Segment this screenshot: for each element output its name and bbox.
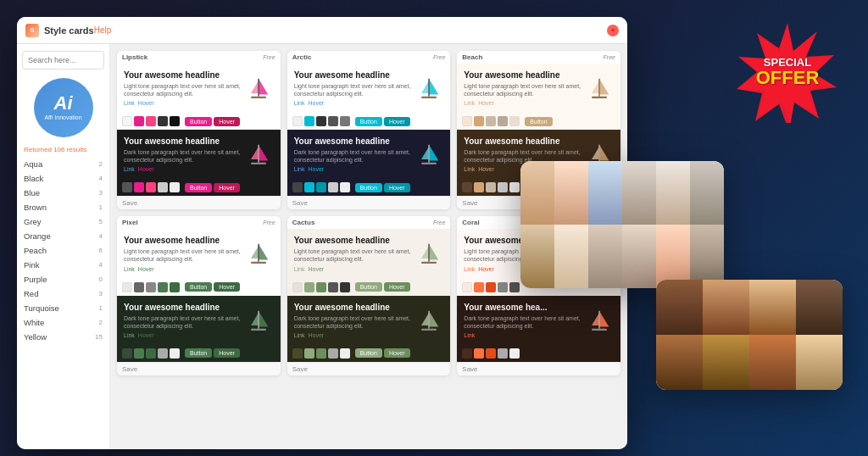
sidebar-item-white[interactable]: White 2 bbox=[17, 315, 109, 330]
close-button[interactable]: × bbox=[607, 25, 619, 36]
card-name-cactus: Cactus bbox=[292, 219, 315, 226]
swatch bbox=[170, 116, 180, 126]
card-save-arctic[interactable]: Save bbox=[287, 196, 451, 209]
swatch bbox=[316, 182, 326, 192]
card-headline-arctic: Your awesome headline bbox=[294, 70, 412, 80]
sidebar-item-peach[interactable]: Peach 6 bbox=[17, 243, 109, 258]
card-link-beach[interactable]: Link bbox=[464, 100, 475, 106]
svg-rect-10 bbox=[428, 79, 430, 97]
card-link-coral[interactable]: Link bbox=[464, 266, 475, 272]
hover-btn-cactus-dark[interactable]: Hover bbox=[384, 348, 410, 358]
swatch bbox=[509, 182, 520, 192]
button-pixel[interactable]: Button bbox=[185, 282, 212, 292]
sidebar-item-aqua[interactable]: Aqua 2 bbox=[17, 157, 109, 171]
help-link[interactable]: Help bbox=[94, 25, 112, 35]
hover-btn-lipstick[interactable]: Hover bbox=[214, 117, 240, 126]
card-hover-cactus[interactable]: Hover bbox=[309, 266, 325, 272]
card-link-arctic[interactable]: Link bbox=[294, 100, 305, 106]
swatch bbox=[304, 116, 314, 126]
svg-rect-35 bbox=[421, 262, 437, 264]
sidebar-item-blue[interactable]: Blue 3 bbox=[17, 186, 109, 200]
card-headline-cactus: Your awesome headline bbox=[294, 236, 412, 245]
card-paragraph-lipstick: Light tone paragraph text over here sit … bbox=[124, 82, 242, 97]
sidebar-item-black[interactable]: Black 4 bbox=[17, 171, 109, 186]
collage-top-card bbox=[520, 161, 724, 288]
button-pixel-dark[interactable]: Button bbox=[185, 348, 212, 358]
sidebar-item-turquoise[interactable]: Turquoise 1 bbox=[17, 301, 109, 315]
card-hover-beach[interactable]: Hover bbox=[478, 100, 494, 106]
hover-btn-arctic[interactable]: Hover bbox=[384, 117, 410, 126]
card-link-lipstick[interactable]: Link bbox=[124, 100, 135, 106]
sidebar-item-pink[interactable]: Pink 4 bbox=[17, 258, 109, 272]
card-paragraph-pixel: Light tone paragraph text over here sit … bbox=[124, 247, 242, 263]
card-dark-hover-arctic[interactable]: Hover bbox=[309, 166, 325, 172]
card-dark-hover-lipstick[interactable]: Hover bbox=[138, 166, 154, 172]
card-dark-link-beach[interactable]: Link bbox=[464, 166, 475, 172]
sidebar-item-orange[interactable]: Orange 4 bbox=[17, 229, 109, 243]
swatch-row-lipstick-light: Button Hover bbox=[117, 113, 281, 130]
button-lipstick-dark[interactable]: Button bbox=[185, 183, 212, 192]
svg-marker-25 bbox=[251, 246, 259, 259]
swatch bbox=[122, 348, 132, 359]
swatch-row-beach-light: Button bbox=[457, 113, 620, 130]
card-name-pixel: Pixel bbox=[122, 219, 138, 226]
card-link-pixel[interactable]: Link bbox=[124, 266, 135, 272]
svg-marker-5 bbox=[251, 147, 259, 159]
card-dark-headline-lipstick: Your awesome headline bbox=[124, 136, 242, 146]
swatch bbox=[340, 182, 350, 192]
photo-cell bbox=[749, 280, 796, 335]
button-beach[interactable]: Button bbox=[525, 117, 552, 126]
card-dark-hover-pixel[interactable]: Hover bbox=[138, 332, 154, 338]
swatch bbox=[498, 282, 508, 292]
hover-btn-arctic-dark[interactable]: Hover bbox=[384, 183, 410, 192]
card-dark-link-arctic[interactable]: Link bbox=[294, 166, 305, 172]
svg-rect-7 bbox=[251, 163, 266, 164]
hover-btn-lipstick-dark[interactable]: Hover bbox=[214, 183, 240, 192]
card-hover-coral[interactable]: Hover bbox=[478, 266, 494, 272]
svg-marker-32 bbox=[429, 244, 438, 260]
card-hover-pixel[interactable]: Hover bbox=[138, 266, 154, 272]
swatch-row-arctic-dark: Button Hover bbox=[287, 179, 451, 196]
card-dark-link-coral[interactable]: Link bbox=[464, 332, 475, 338]
results-count: Returned 106 results bbox=[17, 146, 109, 157]
svg-marker-16 bbox=[599, 79, 609, 95]
button-cactus[interactable]: Button bbox=[355, 282, 382, 292]
card-hover-arctic[interactable]: Hover bbox=[309, 100, 325, 106]
button-lipstick[interactable]: Button bbox=[185, 117, 212, 126]
card-save-cactus[interactable]: Save bbox=[287, 362, 451, 375]
button-cactus-dark[interactable]: Button bbox=[355, 348, 382, 358]
swatch bbox=[340, 348, 350, 359]
card-dark-link-pixel[interactable]: Link bbox=[124, 332, 135, 338]
card-save-lipstick[interactable]: Save bbox=[117, 196, 281, 209]
card-dark-hover-cactus[interactable]: Hover bbox=[309, 332, 325, 338]
button-arctic-dark[interactable]: Button bbox=[355, 183, 382, 192]
button-arctic[interactable]: Button bbox=[355, 117, 382, 126]
card-header-lipstick: Lipstick Free bbox=[117, 51, 281, 64]
search-input[interactable] bbox=[22, 51, 104, 70]
sidebar-item-grey[interactable]: Grey 5 bbox=[17, 214, 109, 229]
swatch bbox=[122, 116, 132, 126]
hover-btn-cactus[interactable]: Hover bbox=[384, 282, 410, 292]
sidebar-item-yellow[interactable]: Yellow 15 bbox=[17, 330, 109, 344]
hover-btn-pixel-dark[interactable]: Hover bbox=[214, 348, 240, 358]
card-dark-headline-arctic: Your awesome headline bbox=[294, 136, 412, 146]
card-dark-link-lipstick[interactable]: Link bbox=[124, 166, 135, 172]
offer-text-container: SPECIAL OFFER bbox=[737, 21, 838, 123]
sidebar-item-purple[interactable]: Purple 0 bbox=[17, 272, 109, 286]
swatch bbox=[316, 282, 326, 292]
svg-rect-2 bbox=[258, 79, 259, 97]
sidebar-item-red[interactable]: Red 3 bbox=[17, 286, 109, 301]
card-dark-link-cactus[interactable]: Link bbox=[294, 332, 305, 338]
hover-btn-pixel[interactable]: Hover bbox=[214, 282, 240, 292]
card-save-coral[interactable]: Save bbox=[457, 362, 620, 375]
card-badge-beach: Free bbox=[604, 54, 615, 60]
sidebar-item-brown[interactable]: Brown 1 bbox=[17, 200, 109, 214]
card-link-cactus[interactable]: Link bbox=[294, 266, 305, 272]
card-hover-lipstick[interactable]: Hover bbox=[138, 100, 154, 106]
card-dark-hover-beach[interactable]: Hover bbox=[478, 166, 494, 172]
swatch bbox=[122, 182, 132, 192]
card-preview-light-lipstick: Your awesome headline Light tone paragra… bbox=[117, 64, 281, 113]
swatch bbox=[328, 116, 338, 126]
photo-cell bbox=[703, 280, 749, 335]
card-save-pixel[interactable]: Save bbox=[117, 362, 281, 375]
